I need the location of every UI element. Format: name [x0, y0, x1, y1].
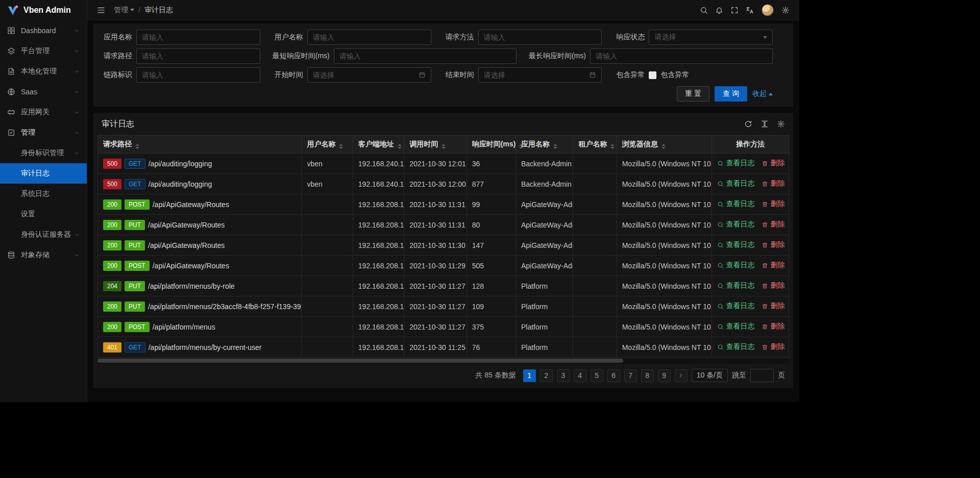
- sidebar-item-identity[interactable]: 身份标识管理: [0, 143, 87, 163]
- start-time-field[interactable]: [313, 71, 415, 79]
- translate-icon[interactable]: [742, 0, 757, 20]
- sidebar-item-audit-log[interactable]: 审计日志: [0, 163, 87, 184]
- sidebar-item-storage[interactable]: 对象存储: [0, 245, 87, 265]
- column-header-0[interactable]: 请求路径: [98, 136, 302, 154]
- cell-elapsed: 76: [467, 337, 516, 358]
- view-log-button[interactable]: 查看日志: [717, 159, 754, 168]
- sort-icon[interactable]: [398, 144, 402, 149]
- request-path-field[interactable]: [142, 52, 255, 60]
- page-button-9[interactable]: 9: [658, 369, 671, 382]
- column-header-5[interactable]: 应用名称: [516, 136, 573, 154]
- column-header-4[interactable]: 响应时间(ms): [467, 136, 516, 154]
- page-button-3[interactable]: 3: [557, 369, 570, 382]
- end-time-field[interactable]: [484, 71, 586, 79]
- sidebar-item-saas[interactable]: Saas: [0, 82, 87, 102]
- settings-icon[interactable]: [777, 120, 785, 128]
- next-page-button[interactable]: [675, 369, 688, 382]
- sidebar-item-admin[interactable]: 管理: [0, 122, 87, 143]
- search-icon[interactable]: [696, 0, 712, 20]
- avatar[interactable]: [762, 4, 774, 16]
- column-header-3[interactable]: 调用时间: [404, 136, 467, 154]
- trace-id-input[interactable]: [136, 67, 260, 83]
- column-height-icon[interactable]: [761, 120, 769, 128]
- trace-id-field[interactable]: [142, 71, 255, 79]
- page-button-6[interactable]: 6: [607, 369, 620, 382]
- delete-button[interactable]: 删除: [762, 159, 785, 168]
- view-log-button[interactable]: 查看日志: [717, 240, 754, 249]
- delete-button[interactable]: 删除: [762, 322, 785, 331]
- page-button-1[interactable]: 1: [523, 369, 536, 382]
- start-time-date[interactable]: [307, 67, 431, 83]
- app-name-field[interactable]: [142, 33, 255, 41]
- delete-button[interactable]: 删除: [762, 261, 785, 270]
- page-button-5[interactable]: 5: [591, 369, 603, 382]
- delete-button[interactable]: 删除: [762, 220, 785, 229]
- scrollbar-thumb[interactable]: [97, 359, 623, 363]
- page-button-8[interactable]: 8: [641, 369, 654, 382]
- collapse-link[interactable]: 收起: [752, 89, 773, 98]
- http-method-field[interactable]: [484, 33, 597, 41]
- sort-icon[interactable]: [662, 144, 666, 149]
- request-path-input[interactable]: [136, 48, 260, 64]
- delete-button[interactable]: 删除: [762, 179, 785, 188]
- page-button-7[interactable]: 7: [624, 369, 637, 382]
- user-name-input[interactable]: [307, 30, 431, 45]
- breadcrumb-item-admin[interactable]: 管理: [114, 6, 134, 15]
- sort-icon[interactable]: [442, 144, 446, 149]
- view-log-button[interactable]: 查看日志: [717, 281, 754, 290]
- max-elapsed-field[interactable]: [596, 52, 767, 60]
- cell-time: 2021-10-30 11:31: [404, 215, 467, 235]
- end-time-date[interactable]: [478, 67, 602, 83]
- sidebar-item-gateway[interactable]: 应用网关: [0, 102, 87, 122]
- http-status-select[interactable]: 请选择: [649, 30, 773, 45]
- view-log-button[interactable]: 查看日志: [717, 199, 754, 209]
- status-badge: 500: [103, 159, 121, 169]
- has-exception-checkbox[interactable]: 包含异常: [649, 70, 689, 80]
- fullscreen-icon[interactable]: [727, 0, 742, 20]
- view-log-button[interactable]: 查看日志: [717, 322, 754, 331]
- column-header-6[interactable]: 租户名称: [573, 136, 617, 154]
- sidebar-item-system-log[interactable]: 系统日志: [0, 184, 87, 204]
- max-elapsed-input[interactable]: [590, 48, 773, 64]
- sidebar-item-settings[interactable]: 设置: [0, 204, 87, 224]
- page-button-2[interactable]: 2: [540, 369, 553, 382]
- horizontal-scrollbar[interactable]: [97, 359, 789, 364]
- column-header-1[interactable]: 用户名称: [302, 136, 353, 154]
- column-header-7[interactable]: 浏览器信息: [617, 136, 712, 154]
- refresh-icon[interactable]: [744, 120, 752, 128]
- delete-button[interactable]: 删除: [762, 281, 785, 290]
- sort-icon[interactable]: [339, 144, 343, 149]
- search-button[interactable]: 查 询: [715, 86, 747, 102]
- settings-icon[interactable]: [778, 0, 793, 20]
- page-button-4[interactable]: 4: [574, 369, 586, 382]
- page-size-select[interactable]: 10 条/页: [692, 369, 728, 382]
- bell-icon[interactable]: [712, 0, 727, 20]
- min-elapsed-input[interactable]: [334, 48, 517, 64]
- sort-icon[interactable]: [610, 144, 615, 149]
- delete-button[interactable]: 删除: [762, 199, 785, 209]
- sort-icon[interactable]: [553, 144, 557, 149]
- view-log-button[interactable]: 查看日志: [717, 342, 754, 351]
- app-name-input[interactable]: [136, 30, 260, 45]
- sidebar-item-platform[interactable]: 平台管理: [0, 41, 87, 61]
- delete-button[interactable]: 删除: [762, 342, 785, 351]
- delete-button[interactable]: 删除: [762, 240, 785, 249]
- column-header-2[interactable]: 客户端地址: [353, 136, 404, 154]
- view-log-button[interactable]: 查看日志: [717, 179, 754, 188]
- checkbox-icon[interactable]: [649, 71, 656, 79]
- view-log-button[interactable]: 查看日志: [717, 301, 754, 311]
- jump-page-input[interactable]: [750, 369, 774, 382]
- http-method-input[interactable]: [478, 30, 602, 45]
- sidebar-item-localization[interactable]: 本地化管理: [0, 61, 87, 82]
- logo[interactable]: Vben Admin: [0, 0, 87, 20]
- sidebar-item-dashboard[interactable]: Dashboard: [0, 20, 87, 41]
- sort-icon[interactable]: [135, 144, 139, 149]
- view-log-button[interactable]: 查看日志: [717, 261, 754, 270]
- min-elapsed-field[interactable]: [339, 52, 511, 60]
- menu-fold-icon[interactable]: [93, 0, 109, 20]
- reset-button[interactable]: 重 置: [677, 86, 709, 102]
- delete-button[interactable]: 删除: [762, 301, 785, 311]
- sidebar-item-auth-server[interactable]: 身份认证服务器: [0, 224, 87, 245]
- view-log-button[interactable]: 查看日志: [717, 220, 754, 229]
- user-name-field[interactable]: [313, 33, 426, 41]
